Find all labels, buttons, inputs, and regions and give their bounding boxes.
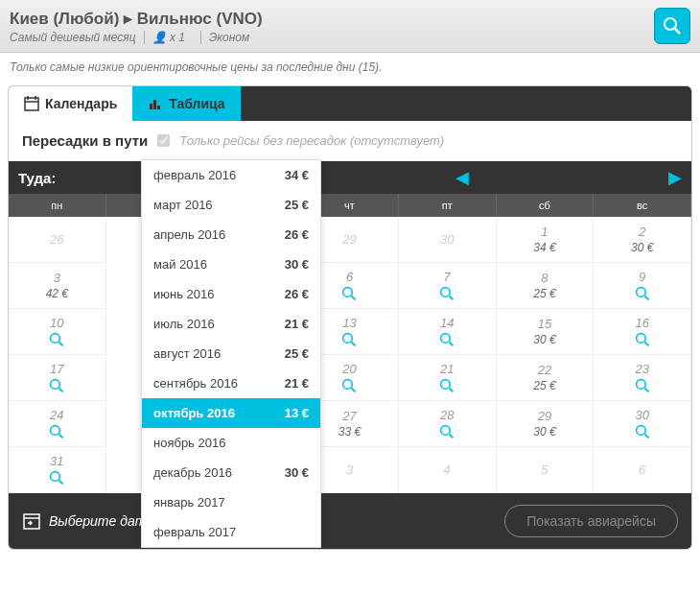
direction-label: Туда:	[18, 170, 56, 186]
day-cell[interactable]: 5	[497, 447, 595, 493]
svg-point-23	[51, 380, 60, 390]
svg-line-36	[644, 434, 648, 438]
month-name: май 2016	[153, 257, 207, 272]
route-meta: Самый дешевый месяц 👤 x 1 Эконом	[10, 31, 263, 44]
svg-line-24	[59, 388, 63, 391]
day-cell[interactable]: 21	[399, 355, 497, 401]
day-cell[interactable]: 2225 €	[497, 355, 595, 401]
month-option[interactable]: ноябрь 2016	[142, 428, 320, 458]
svg-line-12	[450, 296, 454, 299]
month-option[interactable]: август 201625 €	[142, 339, 320, 368]
day-cell[interactable]: 14	[399, 309, 497, 355]
search-icon	[663, 16, 682, 36]
day-number: 2	[639, 225, 645, 239]
chart-icon	[148, 96, 163, 111]
day-number: 26	[50, 232, 63, 247]
day-number: 28	[440, 408, 454, 422]
tab-table[interactable]: Таблица	[132, 86, 240, 121]
svg-point-19	[441, 334, 451, 344]
month-option[interactable]: июль 201621 €	[142, 309, 320, 339]
svg-point-17	[343, 334, 353, 344]
day-cell[interactable]: 24	[9, 401, 106, 447]
day-cell[interactable]: 7	[399, 263, 497, 309]
month-dropdown[interactable]: февраль 201634 €март 201625 €апрель 2016…	[141, 159, 321, 548]
cheapest-month-label: Самый дешевый месяц	[10, 31, 145, 44]
month-option[interactable]: февраль 201634 €	[142, 160, 320, 190]
month-price: 26 €	[285, 227, 309, 242]
day-cell[interactable]: 31	[9, 447, 106, 493]
day-cell[interactable]: 4	[399, 447, 497, 493]
month-name: март 2016	[153, 198, 213, 212]
day-cell[interactable]: 17	[9, 355, 106, 401]
month-option[interactable]: май 201630 €	[142, 249, 320, 279]
day-cell[interactable]: 9	[594, 263, 691, 309]
day-number: 31	[50, 454, 63, 468]
day-cell[interactable]: 30	[594, 401, 691, 447]
svg-point-9	[343, 288, 353, 297]
day-number: 14	[440, 316, 454, 330]
next-month-arrow[interactable]: ▶	[668, 167, 682, 188]
day-cell[interactable]: 1530 €	[497, 309, 595, 355]
day-cell[interactable]: 134 €	[497, 217, 595, 263]
day-number: 3	[54, 271, 60, 285]
month-option[interactable]: декабрь 201630 €	[142, 458, 320, 487]
svg-point-13	[636, 288, 645, 297]
day-cell[interactable]: 26	[9, 217, 106, 263]
month-option[interactable]: февраль 2017	[142, 517, 320, 547]
month-option[interactable]: сентябрь 201621 €	[142, 368, 320, 398]
day-number: 15	[538, 317, 551, 331]
svg-point-27	[441, 380, 451, 390]
month-price: 26 €	[285, 287, 309, 301]
month-price: 25 €	[285, 346, 309, 361]
tab-calendar[interactable]: Календарь	[9, 86, 132, 121]
direct-checkbox	[157, 134, 170, 147]
search-icon	[635, 286, 650, 301]
day-price: 42 €	[46, 287, 68, 300]
day-number: 22	[538, 363, 551, 377]
day-cell[interactable]: 342 €	[9, 263, 106, 309]
day-cell[interactable]: 16	[594, 309, 691, 355]
svg-line-32	[59, 434, 63, 438]
weekday-header: вс	[594, 194, 691, 217]
direct-label: Пересадки в пути	[22, 132, 148, 149]
month-option[interactable]: апрель 201626 €	[142, 220, 320, 249]
calendar-arrow-icon	[22, 511, 41, 531]
search-icon	[635, 424, 650, 439]
direct-row: Пересадки в пути Только рейсы без переса…	[9, 121, 691, 161]
svg-point-21	[636, 334, 645, 344]
day-cell[interactable]: 825 €	[497, 263, 595, 309]
day-cell[interactable]: 230 €	[594, 217, 691, 263]
prev-month-arrow[interactable]: ◀	[455, 167, 469, 188]
month-price: 30 €	[285, 257, 309, 272]
day-cell[interactable]: 2930 €	[497, 401, 595, 447]
svg-line-38	[59, 480, 63, 484]
month-name: декабрь 2016	[153, 465, 232, 480]
svg-point-35	[636, 426, 645, 436]
day-number: 23	[635, 362, 648, 376]
search-icon	[439, 378, 455, 393]
day-cell[interactable]: 30	[399, 217, 497, 263]
month-bar: Туда: ◀ ▶	[9, 161, 691, 194]
svg-point-11	[441, 288, 451, 297]
day-cell[interactable]: 10	[9, 309, 106, 355]
day-price: 30 €	[533, 333, 555, 346]
month-name: февраль 2016	[153, 168, 236, 182]
search-icon	[439, 286, 455, 301]
month-option[interactable]: март 201625 €	[142, 190, 320, 220]
day-number: 1	[541, 225, 548, 239]
month-option[interactable]: октябрь 201613 €	[142, 398, 320, 428]
month-name: ноябрь 2016	[153, 436, 225, 450]
month-option[interactable]: январь 2017	[142, 487, 320, 517]
day-cell[interactable]: 6	[594, 447, 691, 493]
show-flights-button[interactable]: Показать авиарейсы	[504, 505, 678, 537]
day-number: 29	[342, 232, 356, 247]
weekday-header: пн	[9, 194, 106, 217]
day-cell[interactable]: 23	[594, 355, 691, 401]
month-price: 13 €	[285, 406, 309, 420]
day-cell[interactable]: 28	[399, 401, 497, 447]
search-button[interactable]	[654, 8, 690, 44]
month-name: февраль 2017	[153, 525, 236, 539]
search-icon	[49, 470, 64, 486]
svg-point-25	[343, 380, 353, 390]
month-option[interactable]: июнь 201626 €	[142, 279, 320, 309]
